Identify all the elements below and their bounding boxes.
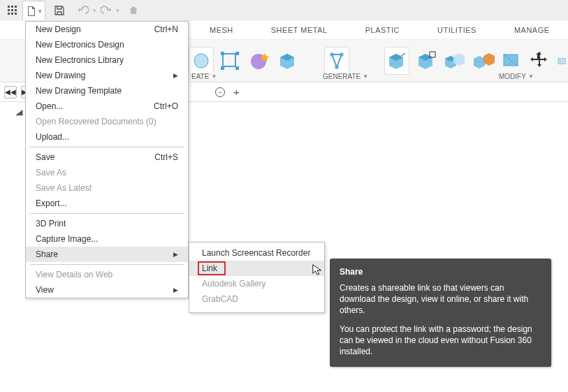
share-submenu: Launch Screencast Recorder Link Autodesk… <box>189 242 325 313</box>
svg-rect-14 <box>235 66 239 70</box>
svg-rect-11 <box>221 52 224 55</box>
menu-view[interactable]: View <box>26 282 188 298</box>
menu-share[interactable]: Share <box>26 247 188 262</box>
menu-3d-print[interactable]: 3D Print <box>26 216 188 231</box>
browser-tree-toggle-icon[interactable] <box>15 108 23 117</box>
menu-upload[interactable]: Upload... <box>26 129 188 145</box>
undo-icon[interactable] <box>73 1 93 20</box>
menu-new-drawing-template[interactable]: New Drawing Template <box>26 83 188 99</box>
svg-rect-0 <box>8 6 10 8</box>
tab-mesh[interactable]: MESH <box>210 26 233 34</box>
submenu-screencast[interactable]: Launch Screencast Recorder <box>189 245 324 261</box>
svg-rect-3 <box>8 9 10 11</box>
menu-recovered: Open Recovered Documents (0) <box>26 114 188 129</box>
svg-rect-12 <box>235 52 239 55</box>
menu-separator <box>30 213 184 214</box>
file-menu: New DesignCtrl+N New Electronics Design … <box>25 21 189 298</box>
submenu-link[interactable]: Link <box>189 261 324 276</box>
tooltip-title: Share <box>340 267 541 277</box>
modify-tool-2-icon[interactable] <box>414 47 438 75</box>
svg-point-9 <box>194 54 208 68</box>
svg-rect-8 <box>15 13 17 15</box>
delete-tool-icon[interactable] <box>556 47 568 75</box>
redo-caret[interactable]: ▾ <box>116 7 119 14</box>
menu-save-latest: Save As Latest <box>26 180 188 196</box>
tab-plastic[interactable]: PLASTIC <box>365 26 400 34</box>
submenu-gallery: Autodesk Gallery <box>189 276 324 291</box>
share-tooltip: Share Creates a shareable link so that v… <box>330 259 551 367</box>
menu-save[interactable]: SaveCtrl+S <box>26 150 188 165</box>
svg-rect-23 <box>558 58 565 64</box>
home-icon[interactable] <box>124 1 143 20</box>
group-generate-label: GENERATE <box>323 73 361 80</box>
generate-tool-icon[interactable] <box>324 47 349 75</box>
svg-rect-2 <box>15 6 17 8</box>
move-tool-icon[interactable] <box>527 47 552 75</box>
nav-prev-icon[interactable]: ◀◀ <box>4 86 17 99</box>
menu-view-web: View Details on Web <box>26 267 188 282</box>
new-form-icon[interactable] <box>247 47 271 75</box>
svg-rect-7 <box>11 13 13 15</box>
modify-tool-3-icon[interactable] <box>442 47 467 75</box>
menu-capture-image[interactable]: Capture Image... <box>26 231 188 247</box>
modify-tool-1-icon[interactable] <box>384 47 409 75</box>
add-doc-icon[interactable]: + <box>233 86 240 98</box>
menu-separator <box>30 264 184 265</box>
modify-tool-4-icon[interactable] <box>471 47 495 75</box>
menu-new-design[interactable]: New DesignCtrl+N <box>26 22 188 37</box>
svg-rect-1 <box>11 6 13 8</box>
group-create-label: EATE <box>191 73 209 80</box>
quick-access-toolbar: ▾ ▾ ▾ <box>0 0 568 21</box>
create-tool-icon[interactable] <box>189 47 214 75</box>
svg-rect-13 <box>221 66 224 70</box>
tab-utilities[interactable]: UTILITIES <box>437 26 476 34</box>
menu-separator <box>30 147 184 147</box>
save-icon[interactable] <box>50 1 69 20</box>
tab-manage[interactable]: MANAGE <box>514 26 550 34</box>
menu-save-as: Save As <box>26 165 188 180</box>
box-tool-icon[interactable] <box>275 47 299 75</box>
menu-new-electronics-design[interactable]: New Electronics Design <box>26 37 188 52</box>
frame-tool-icon[interactable] <box>218 47 242 75</box>
tooltip-paragraph: Creates a shareable link so that viewers… <box>340 282 541 317</box>
close-doc-icon[interactable]: − <box>215 87 225 97</box>
modify-tool-5-icon[interactable] <box>499 47 523 75</box>
group-modify-label: MODIFY <box>499 73 526 80</box>
menu-new-electronics-library[interactable]: New Electronics Library <box>26 52 188 68</box>
menu-new-drawing[interactable]: New Drawing <box>26 68 188 83</box>
svg-rect-10 <box>223 54 235 66</box>
svg-rect-5 <box>15 9 17 11</box>
tab-sheetmetal[interactable]: SHEET METAL <box>271 26 328 34</box>
submenu-grabcad: GrabCAD <box>189 291 324 307</box>
menu-open[interactable]: Open...Ctrl+O <box>26 99 188 114</box>
svg-rect-4 <box>11 9 13 11</box>
apps-icon[interactable] <box>3 1 22 20</box>
svg-rect-6 <box>8 13 10 15</box>
new-file-dropdown[interactable]: ▾ <box>22 1 45 20</box>
tooltip-paragraph: You can protect the link with a password… <box>340 324 541 358</box>
menu-export[interactable]: Export... <box>26 196 188 211</box>
redo-icon[interactable] <box>96 1 116 20</box>
